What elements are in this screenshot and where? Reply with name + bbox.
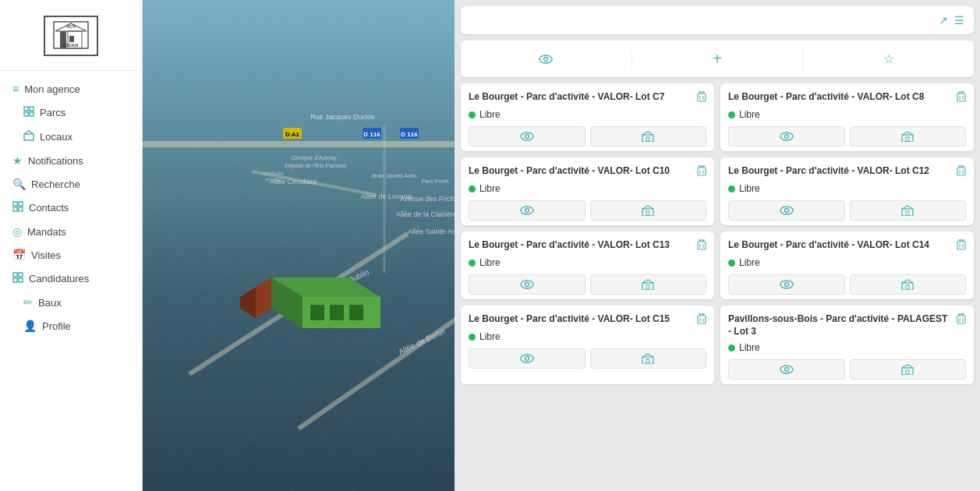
card-building-button[interactable] <box>590 274 707 295</box>
action-row: + ☆ <box>461 41 974 77</box>
card-delete-button[interactable] <box>697 239 706 253</box>
search-input[interactable]: Recherche du 17/02/2021 <box>470 15 939 26</box>
card-view-button[interactable] <box>728 200 845 221</box>
card-delete-button[interactable] <box>697 313 706 327</box>
card-view-button[interactable] <box>469 126 586 147</box>
card-building-button[interactable] <box>850 359 967 380</box>
card-delete-button[interactable] <box>957 165 966 178</box>
svg-rect-69 <box>957 94 965 101</box>
share-icon[interactable]: ↗ <box>939 14 948 26</box>
notifications-icon: ★ <box>12 154 23 167</box>
svg-rect-16 <box>13 273 17 277</box>
eye-icon <box>780 206 794 215</box>
eye-icon <box>539 55 553 64</box>
sidebar-item-recherche[interactable]: 🔍 Recherche <box>0 172 142 196</box>
card-building-button[interactable] <box>590 200 707 221</box>
building-icon <box>642 131 654 142</box>
card-delete-button[interactable] <box>697 165 706 178</box>
card-view-button[interactable] <box>469 348 586 369</box>
card-building-button[interactable] <box>590 348 707 369</box>
sidebar-item-mon-agence[interactable]: ≡ Mon agence <box>0 77 142 101</box>
svg-text:retoric: retoric <box>265 177 281 182</box>
sidebar-item-candidatures[interactable]: Candidatures <box>0 267 142 291</box>
card-view-button[interactable] <box>469 200 586 221</box>
sidebar-item-mandats[interactable]: ◎ Mandats <box>0 220 142 243</box>
sidebar-item-notifications[interactable]: ★ Notifications <box>0 149 142 172</box>
card-view-button[interactable] <box>469 274 586 295</box>
svg-rect-78 <box>906 137 909 141</box>
svg-text:Parc Forêt: Parc Forêt <box>421 178 449 185</box>
sidebar-item-locaux[interactable]: Locaux <box>0 125 142 149</box>
add-button[interactable]: + <box>632 45 804 72</box>
card-view-button[interactable] <box>728 126 845 147</box>
candidatures-icon <box>12 272 23 285</box>
status-dot <box>728 185 735 193</box>
profile-icon: 👤 <box>23 320 37 332</box>
search-action-icons: ↗ ☰ <box>939 14 964 26</box>
map-canvas: Rue Jacques Duclos Allée Circulaire Allé… <box>143 0 455 491</box>
svg-rect-118 <box>906 285 909 289</box>
svg-rect-109 <box>957 242 965 249</box>
card-view-button[interactable] <box>728 359 845 380</box>
svg-rect-15 <box>19 207 23 211</box>
sidebar-item-baux[interactable]: ✏ Baux <box>0 291 142 314</box>
card-title: Le Bourget - Parc d'activité - VALOR- Lo… <box>469 91 692 104</box>
card-status: Libre <box>469 183 706 194</box>
svg-rect-9 <box>24 112 28 116</box>
list-icon[interactable]: ☰ <box>954 14 964 26</box>
logo: ACTI LOCAUX <box>44 16 98 56</box>
svg-point-116 <box>784 283 788 287</box>
svg-text:D 116: D 116 <box>363 131 380 138</box>
card-actions <box>728 274 966 295</box>
sidebar-item-visites[interactable]: 📅 Visites <box>0 243 142 267</box>
card-header: Le Bourget - Parc d'activité - VALOR- Lo… <box>728 239 966 253</box>
svg-rect-7 <box>24 107 28 111</box>
eye-icon <box>520 280 534 289</box>
card-view-button[interactable] <box>728 274 845 295</box>
card-delete-button[interactable] <box>957 313 966 327</box>
status-label: Libre <box>479 331 501 342</box>
card-building-button[interactable] <box>850 126 967 147</box>
card-building-button[interactable] <box>590 126 707 147</box>
favorite-button[interactable]: ☆ <box>803 47 974 71</box>
agency-icon: ≡ <box>12 83 19 95</box>
svg-rect-4 <box>69 36 74 42</box>
card-status: Libre <box>469 257 706 268</box>
svg-rect-68 <box>646 137 649 141</box>
main-content: Rue Jacques Duclos Allée Circulaire Allé… <box>143 0 980 491</box>
svg-rect-88 <box>646 211 649 215</box>
svg-rect-10 <box>30 112 34 116</box>
svg-rect-108 <box>646 285 649 289</box>
card-delete-button[interactable] <box>957 239 966 253</box>
card-delete-button[interactable] <box>697 91 706 104</box>
sidebar-item-contacts[interactable]: Contacts <box>0 196 142 220</box>
baux-icon: ✏ <box>23 296 33 309</box>
card-c13: Le Bourget - Parc d'activité - VALOR- Lo… <box>461 231 714 299</box>
svg-rect-11 <box>24 134 34 140</box>
status-dot <box>469 334 476 341</box>
card-building-button[interactable] <box>850 200 967 221</box>
card-status: Libre <box>728 257 966 268</box>
card-title: Le Bourget - Parc d'activité - VALOR- Lo… <box>728 165 952 178</box>
card-status: Libre <box>469 109 706 120</box>
card-delete-button[interactable] <box>957 91 966 104</box>
card-actions <box>469 200 706 221</box>
eye-icon <box>520 206 534 215</box>
eye-icon <box>520 132 534 141</box>
building-icon <box>901 205 914 216</box>
svg-text:Jean Jaurès Auto: Jean Jaurès Auto <box>371 172 416 179</box>
svg-text:Clinique d'Aulnay -: Clinique d'Aulnay - <box>292 154 341 161</box>
card-c14: Le Bourget - Parc d'activité - VALOR- Lo… <box>720 231 974 299</box>
svg-point-125 <box>521 355 533 362</box>
status-label: Libre <box>739 342 760 353</box>
svg-point-115 <box>780 281 793 288</box>
sidebar-item-parcs[interactable]: Parcs <box>0 101 142 125</box>
svg-marker-51 <box>256 277 271 318</box>
view-button[interactable] <box>461 50 632 69</box>
sidebar-item-profile[interactable]: 👤 Profile <box>0 314 142 337</box>
map-panel: Rue Jacques Duclos Allée Circulaire Allé… <box>143 0 455 491</box>
card-building-button[interactable] <box>850 274 967 295</box>
svg-point-126 <box>525 357 529 361</box>
svg-rect-54 <box>310 305 324 320</box>
card-header: Le Bourget - Parc d'activité - VALOR- Lo… <box>469 239 706 253</box>
